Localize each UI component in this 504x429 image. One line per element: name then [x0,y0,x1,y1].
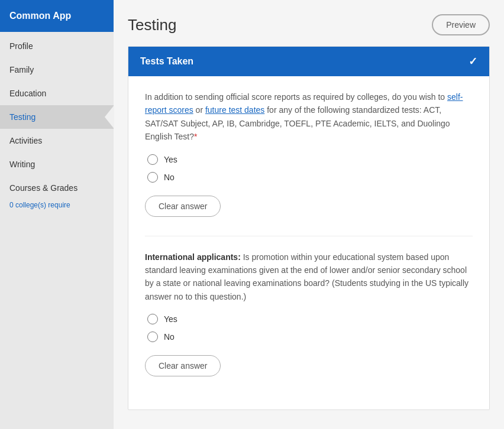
sidebar-item-writing[interactable]: Writing [0,152,114,176]
sidebar-nav: Profile Family Education Testing Activit… [0,34,114,215]
question1-yes-label[interactable]: Yes [147,154,473,165]
sidebar-item-profile[interactable]: Profile [0,34,114,58]
preview-button[interactable]: Preview [432,14,490,35]
card-header-title: Tests Taken [140,56,193,67]
card-header: Tests Taken ✓ [128,47,489,76]
question1-yes-radio[interactable] [147,154,158,165]
question2-no-label[interactable]: No [147,332,473,342]
sidebar-item-family[interactable]: Family [0,58,114,82]
sidebar-header: Common App [0,0,114,32]
question1-yes-text: Yes [164,155,177,164]
sidebar-item-testing[interactable]: Testing [0,105,114,129]
sidebar-app-title: Common App [9,11,71,21]
question1-radio-group: Yes No [147,154,473,183]
question2-radio-group: Yes No [147,314,473,342]
question1-section: In addition to sending official score re… [145,90,473,217]
question2-yes-radio[interactable] [147,314,158,324]
chevron-down-icon[interactable]: ✓ [469,55,477,68]
question1-no-label[interactable]: No [147,172,473,183]
question2-section: International applicants: Is promotion w… [145,251,473,377]
tests-taken-card: Tests Taken ✓ In addition to sending off… [128,46,490,410]
question1-text: In addition to sending official score re… [145,90,473,144]
question2-yes-text: Yes [164,314,177,324]
question2-no-text: No [164,332,175,342]
question2-bold-part: International applicants: [145,252,241,262]
question2-yes-label[interactable]: Yes [147,314,473,324]
question2-text: International applicants: Is promotion w… [145,251,473,304]
sidebar-item-courses-grades[interactable]: Courses & Grades [0,176,114,200]
page-title: Testing [128,16,176,34]
section-divider [145,236,473,236]
continue-row: Continue [128,424,490,429]
main-content: Testing Preview Tests Taken ✓ In additio… [114,0,504,429]
sidebar: Common App Profile Family Education Test… [0,0,114,429]
question1-no-radio[interactable] [147,172,158,183]
card-body: In addition to sending official score re… [128,76,489,410]
question1-no-text: No [164,173,175,182]
sidebar-item-activities[interactable]: Activities [0,129,114,152]
question1-clear-button[interactable]: Clear answer [145,196,221,217]
page-title-row: Testing Preview [128,14,490,35]
question2-no-radio[interactable] [147,332,158,342]
sidebar-item-education[interactable]: Education [0,82,114,105]
sidebar-courses-sub: 0 college(s) require [0,200,114,215]
question2-clear-button[interactable]: Clear answer [145,355,221,376]
